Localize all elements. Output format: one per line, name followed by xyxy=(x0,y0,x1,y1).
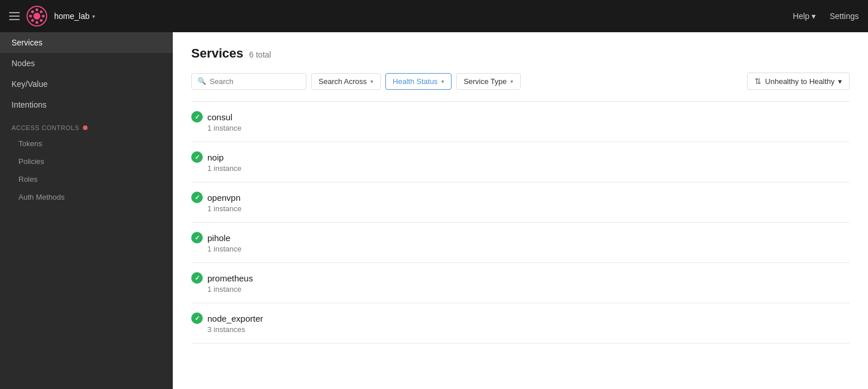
sort-button[interactable]: ⇅ Unhealthy to Healthy ▾ xyxy=(747,73,850,90)
page-title: Services xyxy=(191,46,244,61)
main-content: Services 6 total 🔍 Search Across ▾ Healt… xyxy=(173,32,868,389)
page-count: 6 total xyxy=(249,50,271,59)
sort-icon: ⇅ xyxy=(755,77,761,86)
service-instances: 1 instance xyxy=(191,124,850,132)
sidebar: Services Nodes Key/Value Intentions ACCE… xyxy=(0,32,173,389)
health-check-icon xyxy=(191,111,203,123)
service-type-button[interactable]: Service Type ▾ xyxy=(456,73,521,90)
app-logo xyxy=(26,6,47,26)
service-instances: 1 instance xyxy=(191,285,850,293)
access-controls-dot xyxy=(83,125,88,130)
sidebar-item-nodes[interactable]: Nodes xyxy=(0,53,173,74)
access-controls-label: ACCESS CONTROLS xyxy=(0,115,173,135)
settings-link[interactable]: Settings xyxy=(829,12,859,21)
health-check-icon xyxy=(191,151,203,163)
workspace-label: home_lab xyxy=(54,12,90,21)
svg-point-3 xyxy=(36,21,39,24)
workspace-chevron-icon: ▾ xyxy=(92,13,95,20)
filters-bar: 🔍 Search Across ▾ Health Status ▾ Servic… xyxy=(191,73,850,90)
service-name: noip xyxy=(207,152,223,162)
health-check-icon xyxy=(191,312,203,324)
topnav: home_lab ▾ Help ▾ Settings xyxy=(0,0,868,32)
help-menu[interactable]: Help ▾ xyxy=(793,12,816,21)
service-name: consul xyxy=(207,112,232,122)
sidebar-item-intentions[interactable]: Intentions xyxy=(0,94,173,115)
svg-point-1 xyxy=(33,13,40,20)
service-instances: 1 instance xyxy=(191,245,850,253)
help-chevron-icon: ▾ xyxy=(812,12,816,21)
service-instances: 1 instance xyxy=(191,204,850,213)
sidebar-item-policies[interactable]: Policies xyxy=(0,152,173,170)
service-row[interactable]: consul1 instance xyxy=(191,102,850,142)
service-row[interactable]: prometheus1 instance xyxy=(191,263,850,303)
sidebar-item-auth-methods[interactable]: Auth Methods xyxy=(0,188,173,206)
search-across-chevron-icon: ▾ xyxy=(370,78,373,85)
svg-point-9 xyxy=(31,19,34,22)
service-name: node_exporter xyxy=(207,314,263,323)
search-box[interactable]: 🔍 xyxy=(191,73,306,90)
svg-point-4 xyxy=(29,15,32,18)
hamburger-menu[interactable] xyxy=(9,12,20,20)
sidebar-item-tokens[interactable]: Tokens xyxy=(0,135,173,152)
health-check-icon xyxy=(191,192,203,203)
search-icon: 🔍 xyxy=(198,77,206,85)
service-list: consul1 instancenoip1 instanceopenvpn1 i… xyxy=(191,101,850,344)
search-across-button[interactable]: Search Across ▾ xyxy=(311,73,381,90)
svg-point-2 xyxy=(36,9,39,12)
service-instances: 1 instance xyxy=(191,164,850,173)
service-row[interactable]: pihole1 instance xyxy=(191,223,850,263)
sidebar-item-services[interactable]: Services xyxy=(0,32,173,53)
health-check-icon xyxy=(191,272,203,284)
search-input[interactable] xyxy=(210,77,300,86)
health-status-button[interactable]: Health Status ▾ xyxy=(385,73,452,90)
svg-point-5 xyxy=(42,15,45,18)
sidebar-item-keyvalue[interactable]: Key/Value xyxy=(0,74,173,94)
svg-point-8 xyxy=(40,10,43,13)
service-name: pihole xyxy=(207,233,230,243)
svg-point-6 xyxy=(31,10,34,13)
service-name: openvpn xyxy=(207,193,241,203)
sort-chevron-icon: ▾ xyxy=(838,77,842,86)
sidebar-item-roles[interactable]: Roles xyxy=(0,170,173,188)
service-name: prometheus xyxy=(207,273,253,283)
service-row[interactable]: openvpn1 instance xyxy=(191,182,850,223)
service-row[interactable]: noip1 instance xyxy=(191,142,850,182)
health-status-chevron-icon: ▾ xyxy=(441,78,444,85)
service-type-chevron-icon: ▾ xyxy=(510,78,513,85)
service-row[interactable]: node_exporter3 instances xyxy=(191,303,850,344)
service-instances: 3 instances xyxy=(191,325,850,334)
page-header: Services 6 total xyxy=(191,46,850,61)
workspace-selector[interactable]: home_lab ▾ xyxy=(54,12,95,21)
health-check-icon xyxy=(191,232,203,243)
svg-point-7 xyxy=(40,19,43,22)
help-label: Help xyxy=(793,12,810,21)
